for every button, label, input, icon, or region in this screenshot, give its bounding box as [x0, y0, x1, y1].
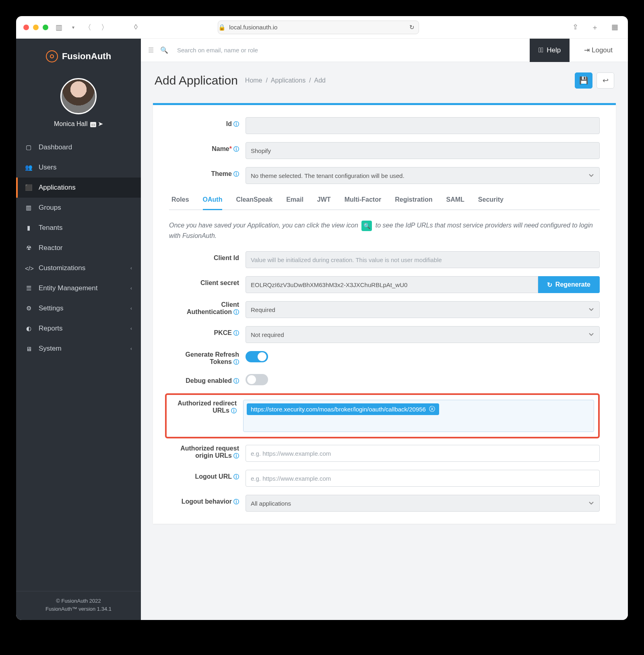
pkce-label: PKCE — [214, 329, 232, 336]
sidebar-item-reactor[interactable]: ☢Reactor — [16, 238, 141, 258]
new-tab-icon[interactable]: ＋ — [589, 23, 601, 32]
row-name: Name*ⓘ — [169, 142, 600, 159]
sidebar-item-customizations[interactable]: </>Customizations‹ — [16, 258, 141, 278]
id-badge-icon[interactable]: ▭ — [90, 122, 96, 127]
chevron-left-icon: ‹ — [130, 285, 132, 291]
name-input[interactable] — [246, 142, 600, 159]
back-icon[interactable]: 〈 — [82, 23, 94, 32]
code-icon: </> — [25, 265, 32, 272]
sidebar-toggle-icon[interactable]: ▥ — [53, 23, 65, 32]
undo-icon: ↩ — [603, 76, 609, 85]
save-icon: 💾 — [579, 76, 588, 85]
info-icon[interactable]: ⓘ — [233, 309, 239, 315]
theme-select[interactable]: No theme selected. The tenant configurat… — [246, 167, 600, 184]
row-origin-urls: Authorized request origin URLsⓘ — [169, 445, 600, 462]
row-logout-behavior: Logout behaviorⓘ All applications — [169, 495, 600, 512]
send-icon[interactable]: ➤ — [98, 120, 103, 127]
info-icon[interactable]: ⓘ — [233, 473, 239, 480]
crumb-applications[interactable]: Applications — [271, 77, 305, 84]
browser-titlebar: ▥ ▾ 〈 〉 ◊ 🔒 local.fusionauth.io ↻ ⇪ ＋ ▦ — [16, 16, 628, 39]
pkce-select[interactable]: Not required — [246, 326, 600, 343]
client-secret-label: Client secret — [200, 279, 239, 286]
redirect-label: Authorized redirect URLs — [178, 400, 237, 414]
info-icon[interactable]: ⓘ — [233, 498, 239, 505]
info-icon[interactable]: ⓘ — [233, 378, 239, 384]
shield-icon[interactable]: ◊ — [132, 23, 140, 31]
tab-oauth[interactable]: OAuth — [203, 196, 223, 210]
sidebar-item-applications[interactable]: ⬛Applications — [16, 178, 141, 198]
name-label: Name — [212, 145, 229, 152]
sidebar-item-system[interactable]: 🖥System‹ — [16, 339, 141, 359]
back-button[interactable]: ↩ — [597, 72, 614, 89]
sidebar-item-reports[interactable]: ◐Reports‹ — [16, 318, 141, 339]
sidebar-item-users[interactable]: 👥Users — [16, 157, 141, 178]
avatar[interactable] — [60, 78, 97, 114]
pie-icon: ◐ — [25, 325, 32, 332]
brand-text: FusionAuth — [62, 51, 111, 62]
form-panel: Idⓘ Name*ⓘ Themeⓘ No theme selected. The… — [153, 103, 616, 524]
id-input — [246, 117, 600, 134]
url-bar[interactable]: 🔒 local.fusionauth.io ↻ — [218, 21, 419, 34]
sidebar-item-dashboard[interactable]: ▢Dashboard — [16, 137, 141, 157]
info-icon[interactable]: ⓘ — [233, 359, 239, 365]
tab-roles[interactable]: Roles — [171, 196, 189, 209]
redirect-url-text-input[interactable] — [247, 417, 590, 428]
tab-registration[interactable]: Registration — [395, 196, 432, 209]
info-icon[interactable]: ⓘ — [233, 330, 239, 336]
help-button[interactable]: ？⃝Help — [530, 39, 570, 62]
tab-saml[interactable]: SAML — [446, 196, 464, 209]
debug-label: Debug enabled — [186, 377, 232, 384]
search[interactable]: 🔍 — [160, 46, 523, 54]
redirect-url-chip: https://store.xecurity.com/moas/broker/l… — [247, 403, 439, 415]
logout-button[interactable]: ⇥ Logout — [576, 46, 621, 54]
row-pkce: PKCEⓘ Not required — [169, 326, 600, 343]
client-auth-select[interactable]: Required — [246, 301, 600, 318]
oauth-note: Once you have saved your Application, yo… — [169, 221, 600, 241]
tab-cleanspeak[interactable]: CleanSpeak — [236, 196, 272, 209]
crumb-home[interactable]: Home — [245, 77, 262, 84]
save-button[interactable]: 💾 — [575, 72, 592, 89]
brand: FusionAuth — [16, 39, 141, 74]
logout-behavior-select[interactable]: All applications — [246, 495, 600, 512]
share-icon[interactable]: ⇪ — [570, 23, 581, 32]
page-header: Add Application Home / Applications / Ad… — [141, 62, 628, 99]
logout-url-input[interactable] — [246, 470, 600, 487]
info-icon[interactable]: ⓘ — [233, 146, 239, 152]
redirect-urls-input[interactable]: https://store.xecurity.com/moas/broker/l… — [243, 400, 594, 432]
info-icon[interactable]: ⓘ — [231, 407, 237, 414]
groups-icon: ▥ — [25, 204, 32, 211]
id-label: Id — [226, 120, 232, 127]
row-client-auth: Client Authenticationⓘ Required — [169, 301, 600, 318]
sidebar-item-tenants[interactable]: ▮Tenants — [16, 218, 141, 238]
row-logout-url: Logout URLⓘ — [169, 470, 600, 487]
info-icon[interactable]: ⓘ — [233, 121, 239, 127]
chevron-down-icon[interactable]: ▾ — [70, 25, 77, 30]
forward-icon[interactable]: 〉 — [99, 23, 111, 32]
info-icon[interactable]: ⓘ — [233, 171, 239, 177]
chevron-left-icon: ‹ — [130, 306, 132, 311]
reload-icon[interactable]: ↻ — [409, 24, 419, 31]
sidebar-item-settings[interactable]: ⚙Settings‹ — [16, 298, 141, 318]
info-icon[interactable]: ⓘ — [233, 453, 239, 459]
collapse-icon[interactable]: ☰ — [148, 46, 154, 54]
tabs-icon[interactable]: ▦ — [609, 23, 621, 32]
sidebar-item-groups[interactable]: ▥Groups — [16, 198, 141, 218]
tab-jwt[interactable]: JWT — [317, 196, 331, 209]
tab-email[interactable]: Email — [286, 196, 303, 209]
debug-toggle[interactable] — [246, 374, 268, 385]
search-input[interactable] — [172, 47, 523, 54]
tabs: Roles OAuth CleanSpeak Email JWT Multi-F… — [169, 196, 600, 210]
tab-security[interactable]: Security — [478, 196, 504, 209]
traffic-lights[interactable] — [23, 25, 48, 30]
tab-multifactor[interactable]: Multi-Factor — [345, 196, 382, 209]
chevron-left-icon: ‹ — [130, 326, 132, 331]
regenerate-button[interactable]: ↻Regenerate — [538, 276, 600, 293]
client-secret-input[interactable] — [246, 276, 538, 293]
row-id: Idⓘ — [169, 117, 600, 134]
refresh-toggle[interactable] — [246, 351, 268, 362]
origin-input[interactable] — [246, 445, 600, 462]
page-title: Add Application — [155, 74, 238, 87]
sidebar-item-entity-management[interactable]: ☰Entity Management‹ — [16, 278, 141, 298]
remove-chip-icon[interactable]: ⓧ — [429, 405, 435, 413]
client-auth-label: Client Authentication — [187, 301, 239, 315]
